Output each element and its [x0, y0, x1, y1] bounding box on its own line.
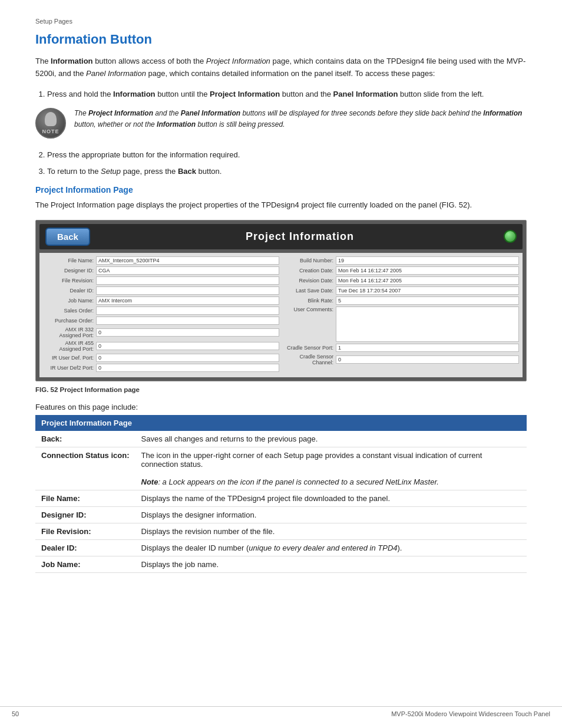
table-header-cell: Project Information Page — [35, 415, 527, 431]
panel-field-filerev: File Revision: — [43, 276, 279, 285]
row-desc-designerid: Displays the designer information. — [135, 506, 527, 523]
page-footer: 50 MVP-5200i Modero Viewpoint Widescreen… — [0, 706, 562, 717]
step-3: To return to the Setup page, press the B… — [47, 166, 527, 177]
section-title: Project Information Page — [35, 185, 527, 195]
row-label-filename: File Name: — [35, 490, 135, 506]
note-text: The Project Information and the Panel In… — [74, 108, 527, 130]
table-row: Designer ID: Displays the designer infor… — [35, 506, 527, 523]
panel-header: Back Project Information — [39, 224, 523, 249]
panel-field-purchaseorder: Purchase Order: — [43, 317, 279, 325]
panel-field-salesorder: Sales Order: — [43, 307, 279, 315]
panel-field-creationdate: Creation Date: Mon Feb 14 16:12:47 2005 — [283, 266, 519, 275]
row-desc-filename: Displays the name of the TPDesign4 proje… — [135, 490, 527, 506]
row-desc-connection: The icon in the upper-right corner of ea… — [135, 447, 527, 490]
intro-paragraph: The Information button allows access of … — [35, 55, 527, 80]
panel-field-blinkrate: Blink Rate: 5 — [283, 297, 519, 305]
panel-field-dealerid: Dealer ID: — [43, 286, 279, 295]
panel-field-jobname: Job Name: AMX Intercom — [43, 297, 279, 305]
panel-field-cradlesensorchannel: Cradle Sensor Channel: 0 — [283, 354, 519, 365]
row-desc-jobname: Displays the job name. — [135, 556, 527, 572]
features-table: Project Information Page Back: Saves all… — [35, 415, 527, 573]
row-label-jobname: Job Name: — [35, 556, 135, 572]
fig-caption: FIG. 52 Project Information page — [35, 386, 527, 393]
row-label-filerev: File Revision: — [35, 523, 135, 539]
panel-left-column: File Name: AMX_Intercom_5200ITP4 Designe… — [43, 256, 279, 374]
panel-field-ir332: AMX IR 332 Assigned Port: 0 — [43, 327, 279, 338]
row-label-dealerid: Dealer ID: — [35, 539, 135, 556]
table-row: Back: Saves all changes and returns to t… — [35, 431, 527, 447]
row-desc-filerev: Displays the revision number of the file… — [135, 523, 527, 539]
note-icon: NOTE — [35, 108, 66, 139]
row-label-back: Back: — [35, 431, 135, 447]
panel-screenshot: Back Project Information File Name: AMX_… — [35, 220, 527, 381]
row-label-designerid: Designer ID: — [35, 506, 135, 523]
section-description: The Project Information page displays th… — [35, 199, 527, 212]
panel-right-column: Build Number: 19 Creation Date: Mon Feb … — [283, 256, 519, 374]
row-label-connection: Connection Status icon: — [35, 447, 135, 490]
connection-status-icon — [504, 230, 517, 243]
breadcrumb: Setup Pages — [35, 18, 527, 25]
table-row: Dealer ID: Displays the dealer ID number… — [35, 539, 527, 556]
panel-back-button[interactable]: Back — [45, 228, 90, 246]
footer-product-name: MVP-5200i Modero Viewpoint Widescreen To… — [391, 710, 550, 717]
panel-title: Project Information — [96, 230, 504, 243]
table-row: Job Name: Displays the job name. — [35, 556, 527, 572]
table-row: Connection Status icon: The icon in the … — [35, 447, 527, 490]
table-row: File Revision: Displays the revision num… — [35, 523, 527, 539]
table-header-row: Project Information Page — [35, 415, 527, 431]
page-title: Information Button — [35, 32, 527, 47]
panel-field-designerid: Designer ID: CGA — [43, 266, 279, 275]
step-2: Press the appropriate button for the inf… — [47, 149, 527, 161]
table-row: File Name: Displays the name of the TPDe… — [35, 490, 527, 506]
features-label: Features on this page include: — [35, 403, 527, 411]
panel-field-buildnum: Build Number: 19 — [283, 256, 519, 265]
panel-field-lastsave: Last Save Date: Tue Dec 18 17:20:54 2007 — [283, 286, 519, 295]
step-1: Press and hold the Information button un… — [47, 88, 527, 100]
panel-field-iruserdef2: IR User Def2 Port: 0 — [43, 364, 279, 372]
panel-field-revisiondate: Revision Date: Mon Feb 14 16:12:47 2005 — [283, 276, 519, 285]
row-desc-back: Saves all changes and returns to the pre… — [135, 431, 527, 447]
row-desc-dealerid: Displays the dealer ID number (unique to… — [135, 539, 527, 556]
panel-field-usercomments: User Comments: — [283, 307, 519, 342]
panel-body: File Name: AMX_Intercom_5200ITP4 Designe… — [39, 253, 523, 377]
footer-page-number: 50 — [12, 710, 19, 717]
panel-field-cradlesensorport: Cradle Sensor Port: 1 — [283, 344, 519, 352]
panel-field-iruserdef: IR User Def. Port: 0 — [43, 354, 279, 362]
panel-field-ir455: AMX IR 455 Assigned Port: 0 — [43, 340, 279, 352]
note-box: NOTE The Project Information and the Pan… — [35, 108, 527, 139]
panel-field-filename: File Name: AMX_Intercom_5200ITP4 — [43, 256, 279, 265]
